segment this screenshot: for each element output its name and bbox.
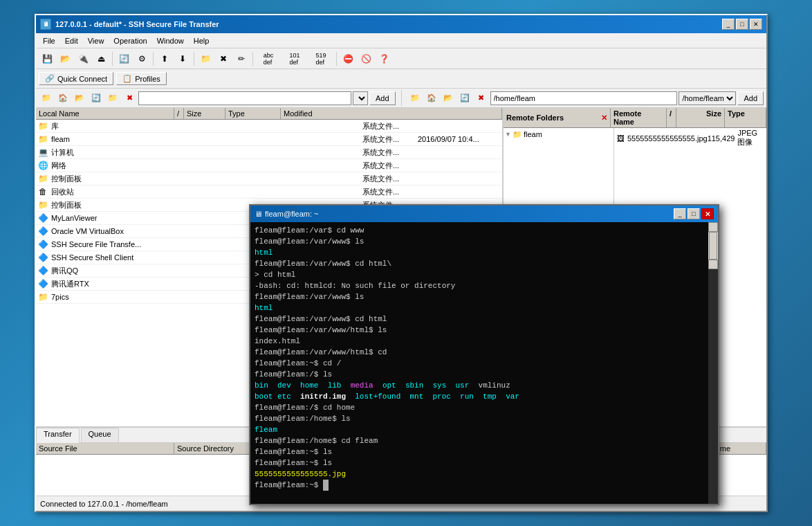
right-up-btn[interactable]: 📁	[407, 91, 423, 105]
file-name: 计算机	[51, 147, 321, 158]
right-add-button[interactable]: Add	[737, 91, 764, 105]
col-size[interactable]: Size	[184, 108, 225, 119]
toolbar-connect[interactable]: 🔌	[75, 51, 91, 66]
terminal-line: fleam@fleam:/$ ls	[255, 369, 714, 380]
terminal-maximize[interactable]: □	[688, 208, 700, 219]
menu-help[interactable]: Help	[190, 35, 214, 46]
terminal-line: fleam@fleam:~$	[255, 480, 714, 491]
terminal-line: fleam@fleam:/var/www$ cd html	[255, 314, 714, 325]
toolbar-save[interactable]: 💾	[39, 51, 55, 66]
profiles-button[interactable]: 📋 Profiles	[116, 72, 167, 85]
toolbar-delete[interactable]: ✖	[215, 51, 232, 66]
table-row[interactable]: 📁 控制面板 系统文件...	[36, 172, 502, 185]
terminal-title-bar: 🖥 fleam@fleam: ~ _ □ ✕	[250, 206, 718, 222]
right-open-btn[interactable]: 📂	[441, 91, 456, 105]
toolbar-settings[interactable]: ⚙	[133, 51, 150, 66]
shortcut-icon: 🔷	[37, 239, 48, 250]
remote-file-icon: 🖼	[617, 134, 625, 143]
profiles-label: Profiles	[135, 75, 160, 83]
toolbar-upload[interactable]: ⬆	[156, 51, 173, 66]
close-button[interactable]: ✕	[750, 19, 762, 30]
menu-edit[interactable]: Edit	[61, 35, 82, 46]
table-row[interactable]: 📁 fleam 系统文件... 2016/09/07 10:4...	[36, 133, 502, 146]
remote-slash-col: /	[667, 108, 676, 127]
right-path-input[interactable]	[490, 91, 678, 105]
col-local-name[interactable]: Local Name	[36, 108, 174, 119]
toolbar-abc[interactable]: abcdef	[256, 51, 281, 66]
left-up-btn[interactable]: 📁	[39, 91, 54, 105]
right-delete-btn[interactable]: ✖	[474, 91, 489, 105]
scroll-track[interactable]	[708, 232, 718, 260]
file-type: 系统文件...	[362, 147, 418, 158]
toolbar-sep-5	[336, 52, 337, 66]
right-path-dropdown[interactable]: /home/fleam	[679, 91, 736, 105]
terminal-title-text: fleam@fleam: ~	[265, 210, 319, 218]
toolbar-stop[interactable]: ⛔	[340, 51, 356, 66]
tab-queue[interactable]: Queue	[81, 428, 119, 442]
tree-item-label: fleam	[524, 130, 542, 138]
shortcut-icon: 🔷	[37, 212, 48, 224]
shortcut-icon: 🔷	[37, 252, 48, 263]
folder-icon: 📁	[37, 291, 48, 302]
left-delete-btn[interactable]: ✖	[122, 91, 137, 105]
remote-file-size: 115,429	[708, 134, 738, 143]
window-title: 127.0.0.1 - default* - SSH Secure File T…	[55, 20, 219, 28]
menu-window[interactable]: Window	[153, 35, 188, 46]
table-row[interactable]: 📁 库 系统文件...	[36, 120, 502, 133]
table-row[interactable]: 🗑 回收站 系统文件...	[36, 185, 502, 199]
terminal-minimize[interactable]: _	[674, 208, 686, 219]
menu-view[interactable]: View	[84, 35, 109, 46]
menu-operation[interactable]: Operation	[109, 35, 151, 46]
col-modified[interactable]: Modified	[281, 108, 502, 119]
right-refresh-btn[interactable]: 🔄	[457, 91, 472, 105]
left-path-dropdown[interactable]	[353, 91, 368, 105]
terminal-line: fleam@fleam:/var/www$ ls	[255, 291, 714, 302]
scroll-thumb[interactable]	[709, 232, 717, 260]
scroll-up-btn[interactable]: ▲	[708, 222, 718, 232]
toolbar-101[interactable]: 101def	[282, 51, 307, 66]
toolbar-disconnect[interactable]: ⏏	[93, 51, 109, 66]
tab-transfer[interactable]: Transfer	[36, 428, 80, 443]
toolbar-clear[interactable]: 🚫	[358, 51, 374, 66]
table-row[interactable]: 💻 计算机 系统文件...	[36, 146, 502, 159]
minimize-button[interactable]: _	[722, 19, 735, 30]
scroll-down-btn[interactable]: ▼	[708, 260, 718, 269]
right-home-btn[interactable]: 🏠	[424, 91, 439, 105]
toolbar-519[interactable]: 519def	[308, 51, 333, 66]
title-bar-left: 🖥 127.0.0.1 - default* - SSH Secure File…	[40, 19, 219, 30]
toolbar-open[interactable]: 📂	[57, 51, 73, 66]
toolbar-download[interactable]: ⬇	[174, 51, 191, 66]
quick-connect-label: Quick Connect	[57, 75, 107, 83]
left-open-btn[interactable]: 📂	[72, 91, 87, 105]
toolbar-rename[interactable]: ✏	[233, 51, 250, 66]
terminal-line: boot etc initrd.img lost+found mnt proc …	[255, 391, 714, 402]
left-home-btn[interactable]: 🏠	[55, 91, 71, 105]
left-add-button[interactable]: Add	[369, 91, 396, 105]
col-slash: /	[174, 108, 184, 119]
toolbar-new-folder[interactable]: 📁	[197, 51, 214, 66]
terminal-close[interactable]: ✕	[701, 208, 714, 219]
terminal-window: 🖥 fleam@fleam: ~ _ □ ✕ fleam@fleam:/var$…	[249, 204, 719, 505]
close-remote-folders[interactable]: ✕	[601, 114, 607, 123]
left-newdir-btn[interactable]: 📁	[105, 91, 120, 105]
folder-icon: 📁	[37, 173, 48, 184]
left-col-headers: Local Name / Size Type Modified	[36, 108, 502, 120]
col-type[interactable]: Type	[225, 108, 281, 119]
tree-folder-icon: 📁	[513, 130, 522, 139]
terminal-body[interactable]: fleam@fleam:/var$ cd www fleam@fleam:/va…	[250, 222, 718, 504]
file-name: 库	[51, 121, 321, 132]
terminal-line: fleam	[255, 424, 714, 435]
quick-connect-button[interactable]: 🔗 Quick Connect	[39, 72, 113, 85]
terminal-scrollbar[interactable]: ▲ ▼	[708, 222, 718, 504]
tree-item[interactable]: ▼ 📁 fleam	[504, 128, 613, 140]
terminal-line: 5555555555555555.jpg	[255, 469, 714, 480]
remote-file-row[interactable]: 🖼 5555555555555555.jpg 115,429 JPEG 图像	[614, 128, 766, 148]
toolbar-refresh[interactable]: 🔄	[116, 51, 132, 66]
maximize-button[interactable]: □	[736, 19, 748, 30]
menu-file[interactable]: File	[39, 35, 59, 46]
toolbar-help[interactable]: ❓	[376, 51, 392, 66]
left-path-input[interactable]	[138, 91, 351, 105]
table-row[interactable]: 🌐 网络 系统文件...	[36, 159, 502, 172]
left-refresh-btn[interactable]: 🔄	[89, 91, 104, 105]
menu-bar: File Edit View Operation Window Help	[36, 33, 766, 48]
